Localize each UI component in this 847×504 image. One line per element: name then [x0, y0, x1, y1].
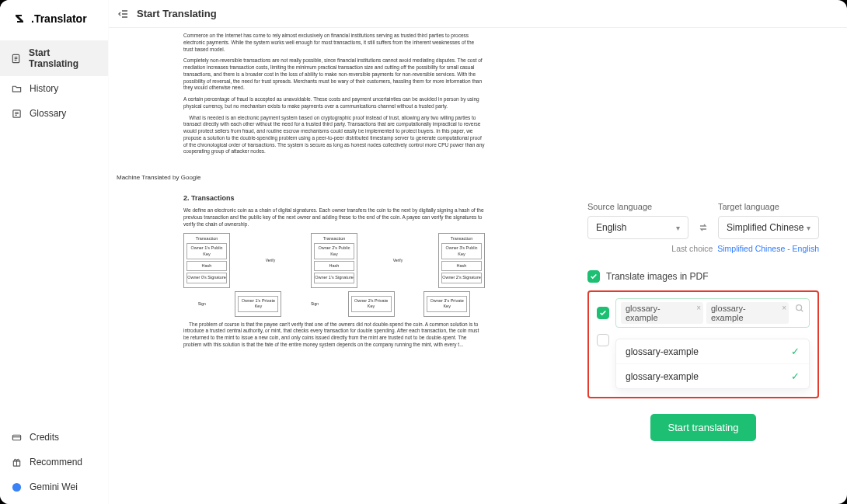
- sidebar-item-recommend[interactable]: Recommend: [0, 450, 108, 474]
- nav-main: Start Translating History Glossary: [0, 40, 108, 425]
- check-icon: ✓: [791, 370, 800, 382]
- doc-paragraph: Commerce on the Internet has come to rel…: [183, 33, 485, 53]
- chevron-down-icon: ▾: [807, 224, 810, 232]
- card-icon: [11, 432, 22, 443]
- glossary-tag[interactable]: glossary-example ×: [706, 302, 789, 324]
- doc-paragraph: What is needed is an electronic payment …: [183, 115, 485, 156]
- glossary-tag-input[interactable]: glossary-example × glossary-example ×: [615, 298, 810, 328]
- translate-images-checkbox[interactable]: [587, 270, 600, 283]
- sidebar-item-label: History: [30, 83, 58, 94]
- sidebar-item-account[interactable]: Gemini Wei: [0, 474, 108, 499]
- glossary-option[interactable]: glossary-example ✓: [616, 339, 809, 363]
- translation-note: Machine Translated by Google: [109, 174, 201, 181]
- chevron-down-icon: ▾: [676, 224, 680, 232]
- sidebar-item-credits[interactable]: Credits: [0, 425, 108, 450]
- glossary-section: glossary-example × glossary-example ×: [587, 290, 819, 398]
- sidebar-item-start-translating[interactable]: Start Translating: [0, 40, 108, 76]
- nav-bottom: Credits Recommend Gemini Wei: [0, 425, 108, 499]
- topbar: Start Translating: [109, 0, 847, 28]
- avatar-icon: [11, 481, 22, 492]
- page-title: Start Translating: [137, 8, 217, 19]
- glossary-tag[interactable]: glossary-example ×: [621, 302, 703, 324]
- source-language-label: Source language: [587, 202, 688, 211]
- transaction-diagram: Transaction Owner 1's Public Key Hash Ow…: [183, 233, 485, 288]
- last-choice: Last choice Simplified Chinese - English: [587, 244, 819, 253]
- source-language-select[interactable]: English ▾: [587, 216, 688, 239]
- sidebar-item-history[interactable]: History: [0, 76, 108, 101]
- translate-images-label: Translate images in PDF: [606, 271, 709, 282]
- glossary-option-checkbox[interactable]: [597, 334, 609, 346]
- doc-heading: 2. Transactions: [183, 193, 485, 203]
- sidebar-item-glossary[interactable]: Glossary: [0, 101, 108, 126]
- doc-paragraph: Completely non-reversible transactions a…: [183, 57, 485, 92]
- sidebar: .Translator Start Translating History Gl…: [0, 0, 109, 504]
- translation-panel: Source language English ▾ Target languag…: [559, 28, 847, 504]
- folder-icon: [11, 83, 22, 94]
- svg-point-5: [796, 305, 802, 311]
- sidebar-item-label: Recommend: [30, 457, 82, 468]
- target-language-select[interactable]: Simplified Chinese ▾: [718, 216, 819, 239]
- swap-languages-button[interactable]: [695, 216, 712, 239]
- sidebar-collapse-icon[interactable]: [118, 9, 129, 19]
- last-choice-link[interactable]: Simplified Chinese - English: [717, 244, 819, 253]
- use-glossary-checkbox[interactable]: [597, 307, 609, 319]
- document-preview: Commerce on the Internet has come to rel…: [109, 28, 559, 504]
- logo-icon: [14, 12, 26, 25]
- doc-paragraph: We define an electronic coin as a chain …: [183, 207, 485, 228]
- start-translating-button[interactable]: Start translating: [650, 414, 755, 441]
- search-icon[interactable]: [795, 304, 804, 315]
- target-language-label: Target language: [718, 202, 819, 211]
- sidebar-item-label: Glossary: [30, 108, 66, 119]
- svg-rect-2: [12, 435, 20, 440]
- svg-point-4: [12, 482, 20, 491]
- sidebar-item-label: Start Translating: [29, 47, 97, 69]
- sidebar-item-label: Gemini Wei: [30, 481, 78, 492]
- app-logo: .Translator: [0, 6, 108, 40]
- sidebar-item-label: Credits: [30, 432, 59, 443]
- gift-icon: [11, 457, 22, 468]
- check-icon: ✓: [791, 346, 800, 357]
- list-icon: [11, 108, 22, 119]
- doc-paragraph: The problem of course is that the payee …: [183, 322, 485, 349]
- remove-tag-icon[interactable]: ×: [696, 304, 701, 312]
- glossary-dropdown: glossary-example ✓ glossary-example ✓: [615, 339, 810, 389]
- remove-tag-icon[interactable]: ×: [782, 304, 786, 312]
- app-title: .Translator: [31, 12, 87, 25]
- document-icon: [11, 53, 21, 64]
- doc-paragraph: A certain percentage of fraud is accepte…: [183, 96, 485, 110]
- glossary-option[interactable]: glossary-example ✓: [616, 363, 809, 388]
